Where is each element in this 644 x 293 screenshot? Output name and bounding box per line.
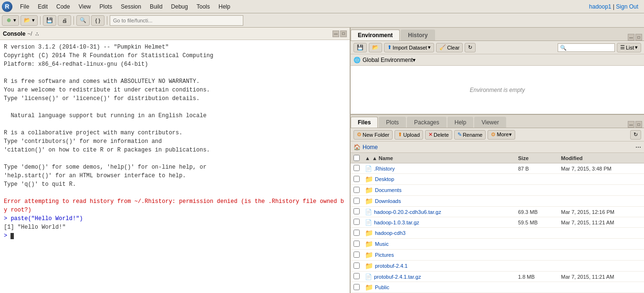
console-maximize-button[interactable]: □ [340, 30, 347, 37]
env-maximize-button[interactable]: □ [635, 34, 642, 40]
list-view-button[interactable]: ☰ List ▾ [617, 43, 641, 52]
file-checkbox-cell [351, 164, 362, 173]
import-arrow[interactable]: ▾ [428, 44, 431, 51]
tab-packages[interactable]: Packages [407, 117, 447, 128]
sign-out-link[interactable]: Sign Out [616, 3, 638, 10]
console-body[interactable]: R version 3.1.2 (2014-10-31) -- "Pumpkin… [0, 40, 350, 293]
file-name-cell[interactable]: 📄 .Rhistory [362, 164, 515, 173]
console-line-4 [4, 69, 346, 77]
file-checkbox[interactable] [353, 230, 360, 236]
tab-plots[interactable]: Plots [379, 117, 406, 128]
menu-tools[interactable]: Tools [193, 2, 214, 11]
file-checkbox-cell [351, 186, 362, 195]
file-size-cell [515, 254, 558, 256]
file-name-cell[interactable]: 📁 hadoop-cdh3 [362, 228, 515, 238]
console-minimize-button[interactable]: — [332, 30, 339, 37]
clear-button[interactable]: 🧹 Clear [436, 43, 463, 52]
menu-debug[interactable]: Debug [167, 2, 192, 11]
file-checkbox[interactable] [353, 165, 360, 171]
file-size-cell [515, 232, 558, 234]
tab-environment[interactable]: Environment [351, 30, 400, 40]
more-button[interactable]: ⚙ More▾ [488, 130, 515, 140]
file-checkbox[interactable] [353, 176, 360, 182]
more-options-icon[interactable]: ⋯ [635, 144, 641, 151]
file-checkbox[interactable] [353, 208, 360, 214]
upload-button[interactable]: ⬆ Upload [395, 130, 423, 140]
file-name-cell[interactable]: 📄 hadoop-0.20.2-cdh3u6.tar.gz [362, 208, 515, 216]
toolbar-divider-2 [73, 16, 74, 25]
files-breadcrumb: 🏠 Home ⋯ [351, 141, 644, 153]
file-name-cell[interactable]: 📁 Music [362, 239, 515, 249]
global-env-label: Global Environment▾ [363, 57, 415, 63]
console-prompt[interactable]: > [4, 232, 346, 240]
new-script-button[interactable]: ⊕ ▾ [2, 15, 19, 26]
home-path[interactable]: Home [363, 144, 378, 151]
select-all-checkbox[interactable] [353, 155, 360, 161]
menu-session[interactable]: Session [117, 2, 145, 11]
file-modified-cell: Mar 7, 2015, 11:21 AM [558, 219, 644, 226]
code-button[interactable]: { } [91, 15, 104, 26]
file-checkbox[interactable] [353, 187, 360, 193]
file-name-label: Documents [375, 187, 402, 193]
col-header-modified[interactable]: Modified [558, 154, 644, 162]
menu-code[interactable]: Code [52, 2, 74, 11]
refresh-button[interactable]: ↻ [465, 43, 476, 52]
file-checkbox[interactable] [353, 219, 360, 225]
file-name-label: hadoop-1.0.3.tar.gz [374, 220, 419, 225]
menu-view[interactable]: View [75, 2, 95, 11]
rename-button[interactable]: ✎ Rename [454, 130, 486, 140]
file-name-cell[interactable]: 📁 Pictures [362, 250, 515, 260]
files-minimize-button[interactable]: — [628, 121, 634, 128]
menu-plots[interactable]: Plots [96, 2, 116, 11]
file-size-cell: 59.5 MB [515, 219, 558, 226]
save-button[interactable]: 💾 [43, 15, 56, 26]
find-button[interactable]: 🔍 [76, 15, 90, 26]
file-name-cell[interactable]: 📄 protobuf-2.4.1.tar.gz [362, 273, 515, 281]
menu-file[interactable]: File [16, 2, 33, 11]
menu-edit[interactable]: Edit [34, 2, 52, 11]
file-checkbox[interactable] [353, 241, 360, 247]
new-script-arrow[interactable]: ▾ [13, 17, 16, 23]
toolbar-divider-3 [107, 16, 107, 25]
print-icon: 🖨 [61, 17, 68, 24]
file-checkbox-cell [351, 272, 362, 281]
file-name-cell[interactable]: 📁 Documents [362, 185, 515, 195]
menu-build[interactable]: Build [146, 2, 166, 11]
file-name-cell[interactable]: 📁 Downloads [362, 196, 515, 206]
list-label: List [626, 45, 634, 51]
open-button[interactable]: 📂 ▾ [21, 15, 38, 26]
tab-viewer[interactable]: Viewer [474, 117, 506, 128]
file-name-cell[interactable]: 📁 Public [362, 283, 515, 292]
tab-help[interactable]: Help [447, 117, 474, 128]
env-save-button[interactable]: 💾 [353, 43, 367, 52]
file-name-cell[interactable]: 📁 protobuf-2.4.1 [362, 261, 515, 271]
menu-help[interactable]: Help [215, 2, 234, 11]
file-checkbox[interactable] [353, 252, 360, 258]
col-header-name[interactable]: ▲ ▲ Name [362, 154, 515, 162]
username[interactable]: hadoop1 [589, 3, 612, 10]
env-minimize-button[interactable]: — [628, 34, 634, 40]
env-load-button[interactable]: 📂 [369, 43, 382, 52]
file-checkbox[interactable] [353, 263, 360, 269]
file-name-cell[interactable]: 📄 hadoop-1.0.3.tar.gz [362, 218, 515, 227]
open-arrow[interactable]: ▾ [32, 17, 35, 23]
file-row: 📁 Pictures [351, 250, 644, 261]
file-checkbox[interactable] [353, 198, 360, 204]
new-folder-button[interactable]: ⚙ New Folder [353, 130, 393, 140]
tab-history[interactable]: History [401, 30, 435, 40]
global-environment-selector[interactable]: 🌐 Global Environment▾ [351, 54, 644, 66]
list-arrow[interactable]: ▾ [635, 44, 638, 51]
env-search-input[interactable] [558, 43, 615, 52]
goto-input[interactable] [110, 15, 243, 26]
console-line-5: R is free software and comes with ABSOLU… [4, 77, 346, 86]
file-checkbox[interactable] [353, 273, 360, 279]
import-dataset-button[interactable]: ⬆ Import Dataset ▾ [384, 43, 434, 52]
files-maximize-button[interactable]: □ [635, 121, 642, 128]
tab-files[interactable]: Files [351, 117, 378, 128]
print-button[interactable]: 🖨 [58, 15, 71, 26]
file-name-cell[interactable]: 📁 Desktop [362, 174, 515, 184]
file-checkbox[interactable] [353, 284, 360, 290]
delete-button[interactable]: ✕ Delete [425, 130, 452, 140]
col-header-size[interactable]: Size [515, 154, 558, 162]
files-refresh-button[interactable]: ↻ [630, 130, 641, 140]
